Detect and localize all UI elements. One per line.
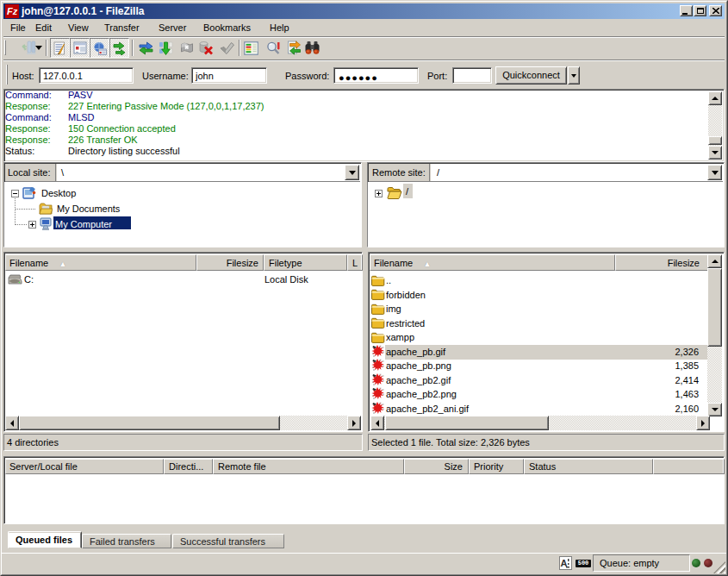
svg-text:Fz: Fz <box>7 6 18 16</box>
